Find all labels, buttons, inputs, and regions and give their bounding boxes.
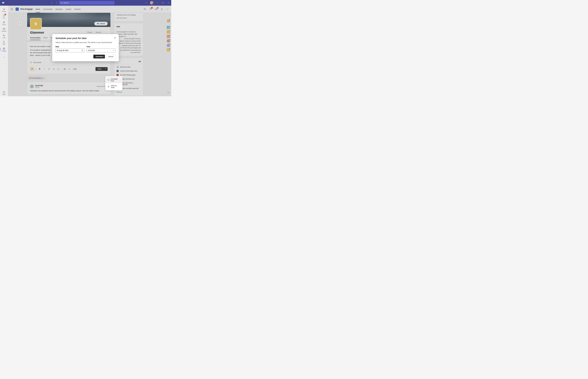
time-field[interactable]	[88, 49, 113, 51]
conversation-filter[interactable]: All Conversations ▾	[27, 76, 46, 80]
svg-point-26	[53, 69, 53, 70]
bold-button[interactable]: B	[37, 67, 42, 71]
schedule-button[interactable]: Schedule	[93, 55, 105, 58]
community-more-button[interactable]: ⋮	[106, 32, 108, 33]
pinned-heading: ed	[116, 61, 141, 63]
rail-store[interactable]: Store	[1, 90, 7, 96]
date-label: Date	[56, 46, 85, 47]
back-button[interactable]	[18, 21, 23, 25]
save-draft-option[interactable]: Save as Draft	[106, 83, 122, 90]
chat-contact[interactable]	[167, 39, 170, 43]
svg-point-14	[3, 57, 3, 58]
joined-button[interactable]: Joined	[94, 22, 108, 26]
gif-button[interactable]: GIF	[73, 67, 77, 71]
favorite-icon[interactable]: ♡	[103, 32, 105, 33]
tab-storylines[interactable]: Storylines	[55, 6, 63, 13]
more-options-button[interactable]	[144, 1, 148, 5]
message-type-button[interactable]	[30, 67, 34, 71]
tab-leaders[interactable]: Leaders	[65, 6, 72, 13]
tab-home[interactable]: Home	[36, 6, 40, 13]
rail-teams[interactable]: Teams	[1, 20, 7, 26]
chevron-down-icon[interactable]: ▾	[35, 68, 35, 70]
check-icon	[97, 23, 98, 24]
chat-contact[interactable]	[167, 26, 170, 29]
svg-point-2	[4, 3, 5, 3]
rail-label: Activity	[2, 11, 6, 12]
rail-label: Calls	[3, 37, 5, 38]
rail-activity[interactable]: Activity	[1, 7, 7, 13]
menu-item-label: Schedule Post	[111, 78, 120, 82]
post-author-name[interactable]: Cecil Folk	[35, 85, 43, 87]
svg-point-11	[3, 47, 5, 50]
time-input[interactable]	[86, 48, 115, 52]
search-input[interactable]	[64, 2, 113, 4]
minimize-button[interactable]	[155, 1, 159, 5]
header-more-button[interactable]	[166, 7, 169, 11]
powerpoint-icon	[116, 74, 119, 76]
post-author-avatar[interactable]	[30, 84, 34, 88]
pinned-item[interactable]: Contoso Start Dates.docx	[116, 69, 141, 73]
chat-contact[interactable]	[167, 30, 170, 34]
chat-contact[interactable]	[167, 35, 170, 38]
chevron-down-icon[interactable]: ▾	[72, 68, 73, 70]
store-icon	[3, 91, 5, 94]
user-avatar[interactable]	[150, 1, 153, 4]
post-dropdown-button[interactable]	[104, 67, 108, 71]
community-tab-about[interactable]: About	[43, 35, 48, 40]
calendar-icon[interactable]	[81, 49, 83, 51]
maximize-button[interactable]	[161, 1, 165, 5]
header-inbox-button[interactable]: 5	[154, 7, 158, 11]
modal-title: Schedule your post for later	[56, 37, 115, 40]
close-button[interactable]	[167, 1, 170, 5]
people-icon	[30, 61, 32, 63]
tab-communities[interactable]: Communities	[43, 6, 53, 13]
header-search-button[interactable]	[143, 7, 147, 11]
modal-close-button[interactable]	[114, 36, 116, 39]
link-button[interactable]	[47, 67, 51, 71]
nav-forward-button[interactable]	[55, 1, 58, 5]
view-all-link[interactable]: View all	[116, 91, 122, 93]
calendar-icon	[3, 28, 5, 30]
rail-label: Teams	[2, 24, 6, 25]
search-box[interactable]	[59, 1, 114, 5]
edit-description-link[interactable]: Edit description	[116, 17, 141, 19]
chevron-down-icon[interactable]	[113, 50, 114, 51]
attach-button[interactable]	[67, 67, 72, 71]
rail-engage[interactable]: Engage	[1, 46, 7, 53]
image-button[interactable]	[63, 67, 67, 71]
chat-contact[interactable]	[167, 48, 170, 51]
nav-back-button[interactable]	[50, 1, 54, 5]
rail-calendar[interactable]: Calendar	[1, 26, 7, 33]
pinned-item[interactable]: Welcome video	[116, 65, 141, 69]
collapse-rail-button[interactable]	[167, 91, 170, 94]
description-card: company news and strategy. Edit descript…	[114, 13, 143, 21]
files-icon	[3, 41, 5, 44]
date-input[interactable]	[56, 48, 85, 52]
hamburger-button[interactable]	[10, 7, 14, 11]
left-rail: Activity 1 Chat Teams Calendar Calls Fil…	[0, 6, 8, 96]
rail-chat[interactable]: 1 Chat	[1, 13, 7, 20]
calendar-icon	[108, 79, 109, 81]
chat-contact[interactable]	[167, 19, 170, 23]
italic-button[interactable]: I	[42, 67, 47, 71]
chat-contact[interactable]	[167, 44, 170, 47]
schedule-post-option[interactable]: Schedule Post	[106, 77, 122, 83]
number-list-button[interactable]	[56, 67, 61, 71]
cancel-button[interactable]: Cancel	[106, 55, 115, 58]
rail-more[interactable]	[1, 54, 7, 61]
date-field[interactable]	[57, 49, 81, 51]
svg-point-28	[64, 69, 64, 69]
community-tab-conversation[interactable]: Conversation	[30, 35, 40, 40]
bullet-list-button[interactable]	[52, 67, 56, 71]
notif-badge: 12	[151, 7, 153, 9]
search-icon	[61, 2, 63, 4]
rail-calls[interactable]: Calls	[1, 33, 7, 39]
add-people-button[interactable]: Add people	[30, 61, 108, 63]
post-button[interactable]: Post	[95, 67, 104, 71]
add-people-label: Add people	[33, 62, 41, 63]
header-share-button[interactable]	[160, 7, 164, 11]
inbox-badge: 5	[157, 7, 159, 9]
header-notifications-button[interactable]: 12	[149, 7, 152, 11]
rail-files[interactable]: Files	[1, 39, 7, 46]
tab-answers[interactable]: Answers	[74, 6, 80, 13]
